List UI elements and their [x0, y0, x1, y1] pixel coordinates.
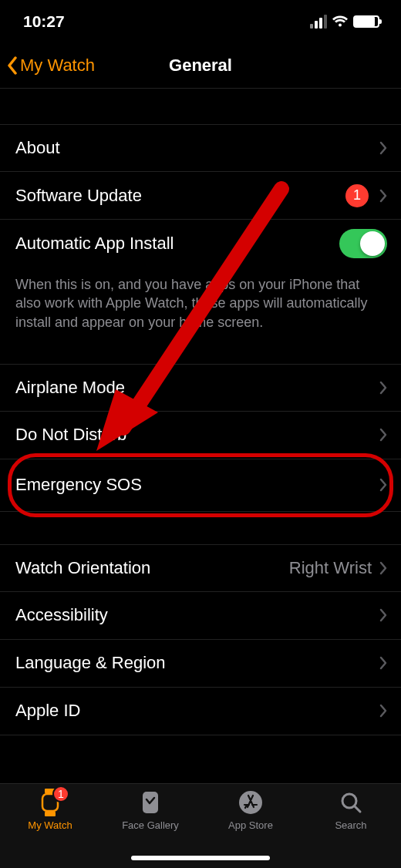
row-label: Do Not Disturb — [15, 425, 379, 445]
home-indicator[interactable] — [131, 856, 270, 860]
status-indicators — [310, 15, 379, 29]
chevron-right-icon — [379, 704, 387, 718]
chevron-left-icon — [6, 56, 19, 75]
svg-line-8 — [355, 806, 360, 812]
chevron-right-icon — [379, 478, 387, 492]
row-value: Right Wrist — [289, 558, 372, 578]
tab-label: My Watch — [28, 819, 72, 831]
search-icon — [339, 789, 362, 816]
chevron-right-icon — [379, 381, 387, 395]
page-title: General — [169, 56, 232, 76]
row-emergency-sos[interactable]: Emergency SOS — [0, 459, 401, 512]
row-do-not-disturb[interactable]: Do Not Disturb — [0, 412, 401, 459]
row-label: About — [15, 138, 379, 158]
chevron-right-icon — [379, 141, 387, 155]
tab-label: App Store — [228, 819, 273, 831]
chevron-right-icon — [379, 189, 387, 203]
chevron-right-icon — [379, 428, 387, 442]
watch-icon: 1 — [39, 789, 62, 816]
auto-install-switch[interactable] — [339, 229, 387, 258]
row-automatic-app-install[interactable]: Automatic App Install — [0, 220, 401, 267]
tab-label: Search — [335, 819, 366, 831]
back-button[interactable]: My Watch — [0, 56, 95, 76]
row-label: Software Update — [15, 186, 345, 206]
tab-badge: 1 — [52, 786, 69, 802]
row-watch-orientation[interactable]: Watch Orientation Right Wrist — [0, 544, 401, 592]
chevron-right-icon — [379, 608, 387, 622]
row-label: Language & Region — [15, 653, 379, 673]
tab-label: Face Gallery — [122, 819, 179, 831]
status-bar: 10:27 — [0, 0, 401, 42]
row-language-region[interactable]: Language & Region — [0, 640, 401, 688]
tab-bar: 1 My Watch Face Gallery App Store S — [0, 783, 401, 868]
row-airplane-mode[interactable]: Airplane Mode — [0, 364, 401, 412]
row-label: Watch Orientation — [15, 558, 289, 578]
row-accessibility[interactable]: Accessibility — [0, 592, 401, 640]
row-apple-id[interactable]: Apple ID — [0, 688, 401, 735]
wifi-icon — [332, 15, 349, 28]
chevron-right-icon — [379, 561, 387, 575]
row-label: Apple ID — [15, 701, 379, 721]
nav-bar: My Watch General — [0, 42, 401, 89]
update-badge: 1 — [345, 184, 369, 207]
auto-install-footer: When this is on, and you have apps on yo… — [0, 267, 401, 331]
back-label: My Watch — [20, 56, 95, 76]
tab-my-watch[interactable]: 1 My Watch — [0, 789, 100, 868]
row-software-update[interactable]: Software Update 1 — [0, 172, 401, 220]
svg-rect-4 — [45, 812, 56, 816]
app-store-icon — [238, 789, 263, 816]
cellular-icon — [310, 15, 327, 29]
settings-group-device: Watch Orientation Right Wrist Accessibil… — [0, 544, 401, 735]
chevron-right-icon — [379, 656, 387, 670]
tab-search[interactable]: Search — [301, 789, 401, 868]
row-about[interactable]: About — [0, 124, 401, 172]
battery-icon — [353, 15, 379, 28]
row-label: Airplane Mode — [15, 378, 379, 398]
settings-group-modes: Airplane Mode Do Not Disturb Emergency S… — [0, 364, 401, 512]
status-time: 10:27 — [23, 12, 65, 31]
face-gallery-icon — [140, 789, 161, 816]
settings-group-general: About Software Update 1 Automatic App In… — [0, 124, 401, 331]
row-label: Accessibility — [15, 605, 379, 625]
row-label: Emergency SOS — [15, 475, 379, 495]
row-label: Automatic App Install — [15, 234, 339, 254]
